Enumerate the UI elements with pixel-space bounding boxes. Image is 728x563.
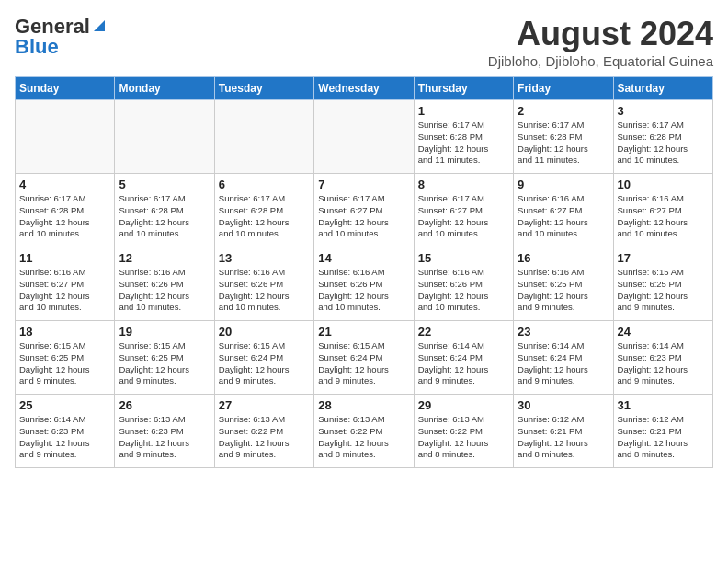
day-number: 13: [219, 251, 310, 265]
day-number: 10: [618, 178, 709, 191]
calendar-cell: 26Sunrise: 6:13 AM Sunset: 6:23 PM Dayli…: [115, 395, 214, 468]
cell-info: Sunrise: 6:16 AM Sunset: 6:26 PM Dayligh…: [318, 267, 409, 314]
cell-info: Sunrise: 6:16 AM Sunset: 6:27 PM Dayligh…: [19, 267, 110, 314]
calendar-cell: 18Sunrise: 6:15 AM Sunset: 6:25 PM Dayli…: [16, 321, 115, 395]
cell-info: Sunrise: 6:17 AM Sunset: 6:28 PM Dayligh…: [19, 193, 110, 240]
day-number: 12: [119, 251, 210, 265]
calendar-cell: 14Sunrise: 6:16 AM Sunset: 6:26 PM Dayli…: [314, 247, 414, 321]
cell-info: Sunrise: 6:13 AM Sunset: 6:22 PM Dayligh…: [418, 414, 509, 461]
cell-info: Sunrise: 6:16 AM Sunset: 6:27 PM Dayligh…: [618, 193, 709, 240]
day-number: 19: [119, 325, 210, 339]
day-header-saturday: Saturday: [613, 77, 712, 100]
day-number: 31: [618, 398, 709, 412]
day-header-thursday: Thursday: [414, 77, 513, 100]
cell-info: Sunrise: 6:17 AM Sunset: 6:27 PM Dayligh…: [318, 193, 409, 240]
header: General Blue August 2024 Djibloho, Djibl…: [15, 15, 713, 69]
cell-info: Sunrise: 6:17 AM Sunset: 6:28 PM Dayligh…: [518, 120, 609, 167]
calendar-cell: 30Sunrise: 6:12 AM Sunset: 6:21 PM Dayli…: [514, 395, 613, 468]
calendar-cell: 21Sunrise: 6:15 AM Sunset: 6:24 PM Dayli…: [314, 321, 414, 395]
day-number: 20: [219, 325, 310, 339]
cell-info: Sunrise: 6:13 AM Sunset: 6:23 PM Dayligh…: [119, 414, 210, 461]
cell-info: Sunrise: 6:17 AM Sunset: 6:28 PM Dayligh…: [119, 193, 210, 240]
calendar-cell: 11Sunrise: 6:16 AM Sunset: 6:27 PM Dayli…: [16, 247, 115, 321]
calendar-cell: 17Sunrise: 6:15 AM Sunset: 6:25 PM Dayli…: [613, 247, 712, 321]
logo-blue: Blue: [15, 35, 59, 59]
day-header-tuesday: Tuesday: [214, 77, 313, 100]
cell-info: Sunrise: 6:17 AM Sunset: 6:27 PM Dayligh…: [418, 193, 509, 240]
day-number: 26: [119, 398, 210, 412]
calendar-cell: [314, 100, 414, 174]
day-number: 4: [19, 178, 110, 191]
day-number: 29: [418, 398, 509, 412]
cell-info: Sunrise: 6:15 AM Sunset: 6:24 PM Dayligh…: [318, 340, 409, 387]
calendar-cell: 20Sunrise: 6:15 AM Sunset: 6:24 PM Dayli…: [214, 321, 313, 395]
cell-info: Sunrise: 6:17 AM Sunset: 6:28 PM Dayligh…: [219, 193, 310, 240]
cell-info: Sunrise: 6:17 AM Sunset: 6:28 PM Dayligh…: [618, 120, 709, 167]
cell-info: Sunrise: 6:13 AM Sunset: 6:22 PM Dayligh…: [318, 414, 409, 461]
day-number: 14: [318, 251, 409, 265]
calendar-cell: 16Sunrise: 6:16 AM Sunset: 6:25 PM Dayli…: [514, 247, 613, 321]
calendar-cell: 28Sunrise: 6:13 AM Sunset: 6:22 PM Dayli…: [314, 395, 414, 468]
day-number: 2: [518, 104, 609, 118]
day-number: 7: [318, 178, 409, 191]
day-number: 17: [618, 251, 709, 265]
calendar-cell: 12Sunrise: 6:16 AM Sunset: 6:26 PM Dayli…: [115, 247, 214, 321]
calendar-cell: 10Sunrise: 6:16 AM Sunset: 6:27 PM Dayli…: [613, 174, 712, 247]
day-number: 15: [418, 251, 509, 265]
calendar-cell: 29Sunrise: 6:13 AM Sunset: 6:22 PM Dayli…: [414, 395, 513, 468]
calendar-cell: 7Sunrise: 6:17 AM Sunset: 6:27 PM Daylig…: [314, 174, 414, 247]
cell-info: Sunrise: 6:15 AM Sunset: 6:25 PM Dayligh…: [19, 340, 110, 387]
cell-info: Sunrise: 6:14 AM Sunset: 6:24 PM Dayligh…: [418, 340, 509, 387]
calendar-cell: [115, 100, 214, 174]
day-header-wednesday: Wednesday: [314, 77, 414, 100]
calendar-cell: 23Sunrise: 6:14 AM Sunset: 6:24 PM Dayli…: [514, 321, 613, 395]
day-number: 1: [418, 104, 509, 118]
calendar-cell: 15Sunrise: 6:16 AM Sunset: 6:26 PM Dayli…: [414, 247, 513, 321]
logo: General Blue: [15, 15, 105, 59]
calendar-cell: 5Sunrise: 6:17 AM Sunset: 6:28 PM Daylig…: [115, 174, 214, 247]
cell-info: Sunrise: 6:16 AM Sunset: 6:25 PM Dayligh…: [518, 267, 609, 314]
cell-info: Sunrise: 6:16 AM Sunset: 6:26 PM Dayligh…: [418, 267, 509, 314]
day-number: 21: [318, 325, 409, 339]
calendar-cell: 4Sunrise: 6:17 AM Sunset: 6:28 PM Daylig…: [16, 174, 115, 247]
calendar-cell: 6Sunrise: 6:17 AM Sunset: 6:28 PM Daylig…: [214, 174, 313, 247]
location-subtitle: Djibloho, Djibloho, Equatorial Guinea: [488, 53, 713, 69]
cell-info: Sunrise: 6:14 AM Sunset: 6:23 PM Dayligh…: [19, 414, 110, 461]
calendar-cell: 25Sunrise: 6:14 AM Sunset: 6:23 PM Dayli…: [16, 395, 115, 468]
day-number: 6: [219, 178, 310, 191]
day-number: 27: [219, 398, 310, 412]
calendar-cell: 3Sunrise: 6:17 AM Sunset: 6:28 PM Daylig…: [613, 100, 712, 174]
cell-info: Sunrise: 6:14 AM Sunset: 6:24 PM Dayligh…: [518, 340, 609, 387]
day-number: 23: [518, 325, 609, 339]
day-number: 25: [19, 398, 110, 412]
day-number: 3: [618, 104, 709, 118]
cell-info: Sunrise: 6:15 AM Sunset: 6:25 PM Dayligh…: [618, 267, 709, 314]
calendar-cell: 1Sunrise: 6:17 AM Sunset: 6:28 PM Daylig…: [414, 100, 513, 174]
day-number: 22: [418, 325, 509, 339]
cell-info: Sunrise: 6:12 AM Sunset: 6:21 PM Dayligh…: [618, 414, 709, 461]
day-number: 8: [418, 178, 509, 191]
day-number: 28: [318, 398, 409, 412]
cell-info: Sunrise: 6:16 AM Sunset: 6:26 PM Dayligh…: [119, 267, 210, 314]
day-header-friday: Friday: [514, 77, 613, 100]
day-header-monday: Monday: [115, 77, 214, 100]
title-block: August 2024 Djibloho, Djibloho, Equatori…: [488, 15, 713, 69]
day-number: 30: [518, 398, 609, 412]
calendar-cell: 24Sunrise: 6:14 AM Sunset: 6:23 PM Dayli…: [613, 321, 712, 395]
day-number: 24: [618, 325, 709, 339]
month-year-title: August 2024: [488, 15, 713, 53]
calendar-cell: 31Sunrise: 6:12 AM Sunset: 6:21 PM Dayli…: [613, 395, 712, 468]
cell-info: Sunrise: 6:14 AM Sunset: 6:23 PM Dayligh…: [618, 340, 709, 387]
calendar-cell: 9Sunrise: 6:16 AM Sunset: 6:27 PM Daylig…: [514, 174, 613, 247]
calendar-cell: 22Sunrise: 6:14 AM Sunset: 6:24 PM Dayli…: [414, 321, 513, 395]
day-number: 16: [518, 251, 609, 265]
calendar-table: SundayMondayTuesdayWednesdayThursdayFrid…: [15, 76, 713, 468]
calendar-cell: 2Sunrise: 6:17 AM Sunset: 6:28 PM Daylig…: [514, 100, 613, 174]
calendar-cell: 13Sunrise: 6:16 AM Sunset: 6:26 PM Dayli…: [214, 247, 313, 321]
calendar-cell: [16, 100, 115, 174]
day-number: 18: [19, 325, 110, 339]
calendar-cell: 19Sunrise: 6:15 AM Sunset: 6:25 PM Dayli…: [115, 321, 214, 395]
day-number: 5: [119, 178, 210, 191]
logo-arrow-icon: [94, 20, 105, 31]
calendar-cell: 8Sunrise: 6:17 AM Sunset: 6:27 PM Daylig…: [414, 174, 513, 247]
